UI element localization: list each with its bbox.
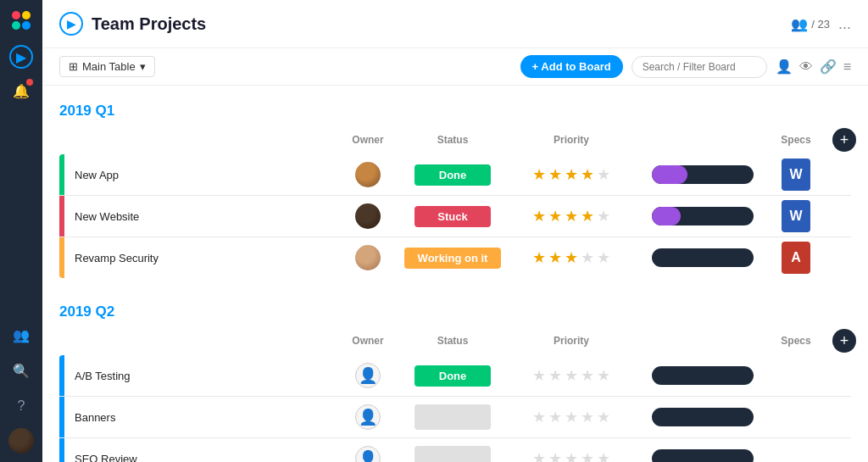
toolbar-actions: 👤 👁 🔗 ≡ <box>776 58 851 75</box>
row-stars: ★ ★ ★ ★ ★ <box>504 408 639 426</box>
svg-point-1 <box>22 11 31 19</box>
row-progress-bar <box>639 207 766 225</box>
row-stars: ★ ★ ★ ★ ★ <box>504 165 639 184</box>
app-logo[interactable] <box>9 8 33 32</box>
add-column-button-q2[interactable]: + <box>832 329 856 353</box>
table-row: Revamp Security Working on it ★ ★ ★ ★ ★ <box>59 237 851 278</box>
star-3: ★ <box>565 165 578 184</box>
star-5: ★ <box>597 408 610 426</box>
row-owner <box>334 245 402 270</box>
main-table-button[interactable]: ⊞ Main Table ▾ <box>59 56 155 77</box>
table-row: New App Done ★ ★ ★ ★ ★ <box>59 154 851 196</box>
row-name: SEO Review <box>64 453 334 463</box>
star-4: ★ <box>581 408 594 426</box>
row-owner: 👤 <box>334 363 402 388</box>
sidebar-item-people[interactable]: 👥 <box>8 321 35 348</box>
star-4: ★ <box>581 366 594 385</box>
main-content: ▶ Team Projects 👥 / 23 ... ⊞ Main Table … <box>42 0 868 462</box>
col-header-status-q1: Status <box>402 134 504 146</box>
star-3: ★ <box>565 207 578 225</box>
status-badge: Stuck <box>415 206 491 227</box>
col-header-owner-q2: Owner <box>334 335 402 347</box>
star-3: ★ <box>565 449 578 462</box>
section-q1-col-headers: Owner Status Priority Specs + <box>59 128 851 152</box>
row-name: New Website <box>64 210 334 223</box>
row-status <box>402 404 504 430</box>
row-owner <box>334 162 402 187</box>
row-stars: ★ ★ ★ ★ ★ <box>504 366 639 385</box>
star-1: ★ <box>532 366 546 385</box>
star-2: ★ <box>548 165 562 184</box>
star-2: ★ <box>548 248 562 267</box>
table-row: A/B Testing 👤 Done ★ ★ ★ ★ ★ <box>59 355 851 397</box>
table-icon: ⊞ <box>69 60 78 73</box>
page-header: ▶ Team Projects 👥 / 23 ... <box>42 0 868 48</box>
row-status: Done <box>402 365 504 387</box>
sidebar-item-search[interactable]: 🔍 <box>8 357 35 384</box>
eye-icon[interactable]: 👁 <box>799 59 813 75</box>
link-icon[interactable]: 🔗 <box>820 58 837 75</box>
notification-badge <box>26 79 33 86</box>
sidebar-item-bell[interactable]: 🔔 <box>8 77 35 104</box>
star-1: ★ <box>532 207 546 225</box>
status-badge: Done <box>415 365 491 387</box>
col-header-priority-q2: Priority <box>504 335 639 347</box>
status-badge: Working on it <box>404 248 502 269</box>
star-5: ★ <box>597 366 610 385</box>
toolbar: ⊞ Main Table ▾ + Add to Board 👤 👁 🔗 ≡ <box>42 48 868 86</box>
row-progress-bar <box>639 248 766 267</box>
section-q1: 2019 Q1 Owner Status Priority Specs + Ne… <box>59 103 851 278</box>
more-options-button[interactable]: ... <box>838 15 851 33</box>
row-name: Banners <box>64 411 334 424</box>
row-owner: 👤 <box>334 446 402 462</box>
star-5: ★ <box>597 165 610 184</box>
members-count: 👥 / 23 <box>791 16 830 32</box>
star-2: ★ <box>548 366 562 385</box>
section-q1-header: 2019 Q1 <box>59 103 851 120</box>
specs-access-icon[interactable]: A <box>782 242 810 274</box>
table-q2: A/B Testing 👤 Done ★ ★ ★ ★ ★ <box>59 355 851 462</box>
search-input[interactable] <box>632 56 767 78</box>
sidebar-item-help[interactable]: ? <box>8 392 35 420</box>
avatar <box>355 203 381 229</box>
star-3: ★ <box>565 248 578 267</box>
row-stars: ★ ★ ★ ★ ★ <box>504 207 639 225</box>
star-4: ★ <box>581 248 594 267</box>
star-5: ★ <box>597 207 610 225</box>
status-badge: Done <box>415 164 491 186</box>
star-4: ★ <box>581 449 594 462</box>
avatar-empty: 👤 <box>355 404 381 430</box>
avatar-empty: 👤 <box>355 363 381 388</box>
sidebar-bottom: 👥 🔍 ? <box>8 321 35 454</box>
section-q1-title: 2019 Q1 <box>59 103 851 120</box>
add-to-board-button[interactable]: + Add to Board <box>520 55 623 78</box>
row-owner: 👤 <box>334 404 402 430</box>
table-q1: New App Done ★ ★ ★ ★ ★ <box>59 154 851 278</box>
person-filter-icon[interactable]: 👤 <box>776 58 793 75</box>
star-4: ★ <box>581 207 594 225</box>
specs-word-icon[interactable]: W <box>782 200 810 232</box>
star-5: ★ <box>597 449 610 462</box>
row-progress-bar <box>639 366 766 385</box>
specs-word-icon[interactable]: W <box>782 159 810 191</box>
add-column-button-q1[interactable]: + <box>832 128 856 152</box>
avatar-empty: 👤 <box>355 446 381 462</box>
section-q2-header: 2019 Q2 <box>59 303 851 320</box>
filter-icon[interactable]: ≡ <box>843 59 851 75</box>
user-avatar[interactable] <box>8 428 34 454</box>
col-header-owner-q1: Owner <box>334 134 402 146</box>
people-icon: 👥 <box>791 16 808 32</box>
section-q2: 2019 Q2 Owner Status Priority Specs + A/… <box>59 303 851 462</box>
row-name: Revamp Security <box>64 252 334 264</box>
section-q2-col-headers: Owner Status Priority Specs + <box>59 329 851 353</box>
row-specs: W <box>766 200 826 232</box>
row-status <box>402 446 504 462</box>
row-stars: ★ ★ ★ ★ ★ <box>504 248 639 267</box>
header-play-icon[interactable]: ▶ <box>59 12 83 36</box>
table-row: SEO Review 👤 ★ ★ ★ ★ ★ <box>59 438 851 462</box>
svg-point-0 <box>12 11 20 19</box>
avatar <box>355 162 381 187</box>
col-header-status-q2: Status <box>402 335 504 347</box>
row-status: Done <box>402 164 504 186</box>
sidebar-item-play[interactable]: ▶ <box>9 45 33 69</box>
